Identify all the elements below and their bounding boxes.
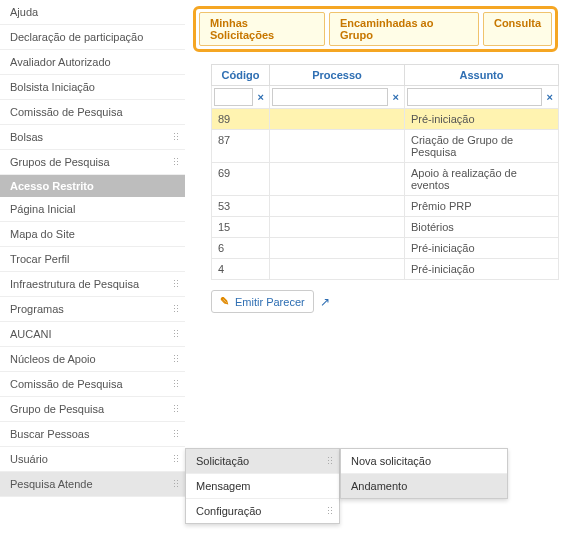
sidebar-item-label: Bolsista Iniciação bbox=[10, 81, 95, 93]
sidebar-item-label: Núcleos de Apoio bbox=[10, 353, 96, 365]
cell-codigo: 69 bbox=[212, 163, 270, 196]
sidebar-item[interactable]: Infraestrutura de Pesquisa bbox=[0, 272, 185, 297]
col-header-processo[interactable]: Processo bbox=[270, 65, 405, 86]
emitir-parecer-button[interactable]: ✎ Emitir Parecer bbox=[211, 290, 314, 313]
filter-assunto-clear[interactable]: × bbox=[544, 91, 556, 103]
sidebar-item[interactable]: Trocar Perfil bbox=[0, 247, 185, 272]
sidebar-item-label: Avaliador Autorizado bbox=[10, 56, 111, 68]
col-header-codigo[interactable]: Código bbox=[212, 65, 270, 86]
filter-processo-clear[interactable]: × bbox=[390, 91, 402, 103]
table-row[interactable]: 87Criação de Grupo de Pesquisa bbox=[212, 130, 559, 163]
sidebar-item[interactable]: AUCANI bbox=[0, 322, 185, 347]
col-header-assunto[interactable]: Assunto bbox=[405, 65, 559, 86]
cell-codigo: 15 bbox=[212, 217, 270, 238]
cell-codigo: 6 bbox=[212, 238, 270, 259]
sidebar-item[interactable]: Mapa do Site bbox=[0, 222, 185, 247]
sidebar-item[interactable]: Declaração de participação bbox=[0, 25, 185, 50]
sidebar-item[interactable]: Núcleos de Apoio bbox=[0, 347, 185, 372]
filter-processo-input[interactable] bbox=[272, 88, 388, 106]
sidebar-item-label: Grupos de Pesquisa bbox=[10, 156, 110, 168]
cell-codigo: 87 bbox=[212, 130, 270, 163]
sidebar-item-label: AUCANI bbox=[10, 328, 52, 340]
submenu-item[interactable]: Nova solicitação bbox=[341, 449, 507, 474]
cell-assunto: Apoio à realização de eventos bbox=[405, 163, 559, 196]
filter-assunto-input[interactable] bbox=[407, 88, 542, 106]
cell-assunto: Criação de Grupo de Pesquisa bbox=[405, 130, 559, 163]
table-row[interactable]: 6Pré-iniciação bbox=[212, 238, 559, 259]
sidebar-item[interactable]: Comissão de Pesquisa bbox=[0, 100, 185, 125]
tabs-container: Minhas SolicitaçõesEncaminhadas ao Grupo… bbox=[193, 6, 558, 52]
tab[interactable]: Minhas Solicitações bbox=[199, 12, 325, 46]
solicitacoes-table: Código Processo Assunto × × × 89Pré-inic… bbox=[211, 64, 559, 280]
sidebar-item[interactable]: Buscar Pessoas bbox=[0, 422, 185, 447]
emitir-parecer-label: Emitir Parecer bbox=[235, 296, 305, 308]
sidebar-item-label: Grupo de Pesquisa bbox=[10, 403, 104, 415]
cell-processo bbox=[270, 163, 405, 196]
sidebar-item-label: Ajuda bbox=[10, 6, 38, 18]
sidebar-item[interactable]: Pesquisa Atende bbox=[0, 472, 185, 497]
cell-codigo: 4 bbox=[212, 259, 270, 280]
sidebar-item[interactable]: Ajuda bbox=[0, 0, 185, 25]
cell-processo bbox=[270, 130, 405, 163]
submenu-item[interactable]: Configuração bbox=[186, 499, 339, 523]
cell-codigo: 89 bbox=[212, 109, 270, 130]
sidebar-section-header: Acesso Restrito bbox=[0, 175, 185, 197]
sidebar-item[interactable]: Programas bbox=[0, 297, 185, 322]
cell-processo bbox=[270, 196, 405, 217]
tab[interactable]: Consulta bbox=[483, 12, 552, 46]
submenu-level2: Nova solicitaçãoAndamento bbox=[340, 448, 508, 499]
cell-assunto: Prêmio PRP bbox=[405, 196, 559, 217]
cell-codigo: 53 bbox=[212, 196, 270, 217]
sidebar-item-label: Trocar Perfil bbox=[10, 253, 70, 265]
tab[interactable]: Encaminhadas ao Grupo bbox=[329, 12, 479, 46]
sidebar-item-label: Declaração de participação bbox=[10, 31, 143, 43]
sidebar-item[interactable]: Página Inicial bbox=[0, 197, 185, 222]
cell-processo bbox=[270, 238, 405, 259]
cell-assunto: Biotérios bbox=[405, 217, 559, 238]
table-row[interactable]: 53Prêmio PRP bbox=[212, 196, 559, 217]
sidebar-item[interactable]: Comissão de Pesquisa bbox=[0, 372, 185, 397]
filter-codigo-clear[interactable]: × bbox=[255, 91, 267, 103]
submenu-level1: SolicitaçãoMensagemConfiguração bbox=[185, 448, 340, 524]
table-row[interactable]: 89Pré-iniciação bbox=[212, 109, 559, 130]
sidebar-item[interactable]: Grupo de Pesquisa bbox=[0, 397, 185, 422]
sidebar: AjudaDeclaração de participaçãoAvaliador… bbox=[0, 0, 185, 537]
table-row[interactable]: 4Pré-iniciação bbox=[212, 259, 559, 280]
cell-assunto: Pré-iniciação bbox=[405, 109, 559, 130]
sidebar-item-label: Infraestrutura de Pesquisa bbox=[10, 278, 139, 290]
filter-codigo-input[interactable] bbox=[214, 88, 253, 106]
table-row[interactable]: 69Apoio à realização de eventos bbox=[212, 163, 559, 196]
sidebar-item-label: Comissão de Pesquisa bbox=[10, 106, 123, 118]
cell-processo bbox=[270, 217, 405, 238]
cell-processo bbox=[270, 259, 405, 280]
submenu-item[interactable]: Andamento bbox=[341, 474, 507, 498]
sidebar-item[interactable]: Usuário bbox=[0, 447, 185, 472]
sidebar-item-label: Bolsas bbox=[10, 131, 43, 143]
sidebar-item-label: Buscar Pessoas bbox=[10, 428, 89, 440]
submenu-item[interactable]: Mensagem bbox=[186, 474, 339, 499]
sidebar-item[interactable]: Avaliador Autorizado bbox=[0, 50, 185, 75]
sidebar-item-label: Programas bbox=[10, 303, 64, 315]
sidebar-item-label: Usuário bbox=[10, 453, 48, 465]
sidebar-item[interactable]: Bolsista Iniciação bbox=[0, 75, 185, 100]
popout-icon[interactable]: ↗ bbox=[320, 295, 330, 309]
sidebar-item[interactable]: Bolsas bbox=[0, 125, 185, 150]
pencil-icon: ✎ bbox=[220, 295, 229, 308]
sidebar-item-label: Comissão de Pesquisa bbox=[10, 378, 123, 390]
sidebar-item-label: Mapa do Site bbox=[10, 228, 75, 240]
sidebar-item-label: Página Inicial bbox=[10, 203, 75, 215]
cell-assunto: Pré-iniciação bbox=[405, 259, 559, 280]
sidebar-item[interactable]: Grupos de Pesquisa bbox=[0, 150, 185, 175]
table-row[interactable]: 15Biotérios bbox=[212, 217, 559, 238]
sidebar-item-label: Pesquisa Atende bbox=[10, 478, 93, 490]
cell-assunto: Pré-iniciação bbox=[405, 238, 559, 259]
cell-processo bbox=[270, 109, 405, 130]
submenu-item[interactable]: Solicitação bbox=[186, 449, 339, 474]
